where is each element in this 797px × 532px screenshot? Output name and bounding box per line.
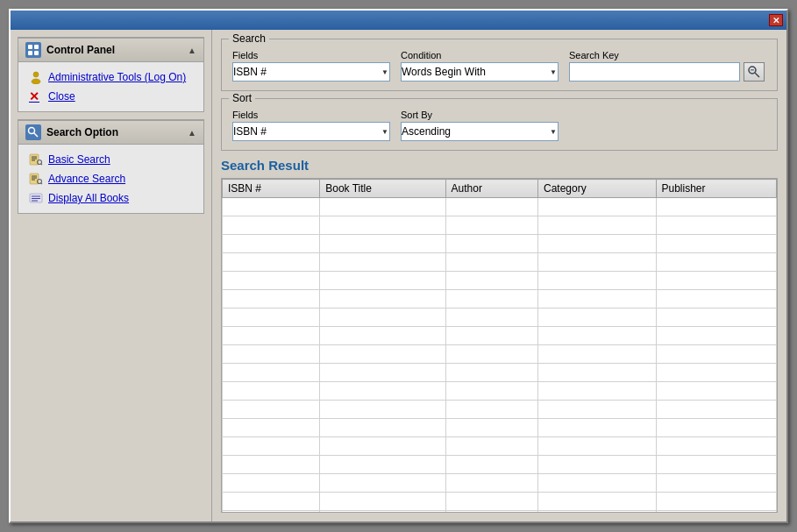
sort-legend: Sort [229,92,255,104]
svg-point-6 [29,128,35,134]
search-execute-icon [747,65,761,79]
search-option-collapse[interactable]: ▲ [188,128,196,138]
svg-rect-2 [28,51,32,55]
col-author: Author [445,180,537,198]
svg-rect-3 [34,51,39,55]
svg-rect-26 [751,69,754,71]
search-fields-select[interactable]: ISBN # Book Title Author Category Publis… [232,62,390,82]
table-row [223,345,777,364]
table-row [223,216,777,235]
sort-group: Sort Fields ISBN # Book Title Author Cat… [221,98,778,151]
basic-search-icon [29,153,43,167]
basic-search-label: Basic Search [48,153,110,166]
admin-icon-svg [29,70,43,84]
table-row [223,382,777,401]
search-option-title: Search Option [25,124,118,140]
svg-line-7 [34,133,39,138]
control-panel-header: Control Panel ▲ [18,39,203,62]
sort-form-row: Fields ISBN # Book Title Author Category… [232,110,766,141]
basic-search-icon-svg [29,153,43,167]
control-panel-section: Control Panel ▲ Administrative Tools (Lo… [18,37,204,112]
search-group: Search Fields ISBN # Book Title Author C… [221,39,778,91]
sort-fields-label: Fields [232,110,390,120]
admin-tools-item[interactable]: Administrative Tools (Log On) [25,67,196,87]
col-publisher: Publisher [656,180,776,198]
search-key-input[interactable] [569,62,740,82]
close-item[interactable]: ✕ Close [25,87,196,106]
search-condition-select[interactable]: Words Begin With Contains Equals Starts … [401,62,559,82]
table-row [223,309,777,327]
table-row [223,401,777,419]
window-content: Control Panel ▲ Administrative Tools (Lo… [11,30,786,521]
results-title: Search Result [221,158,778,173]
search-option-label: Search Option [46,126,118,138]
table-row [223,235,777,253]
right-panel: Search Fields ISBN # Book Title Author C… [212,30,786,521]
sort-fields-wrapper: ISBN # Book Title Author Category Publis… [232,122,390,141]
search-option-section: Search Option ▲ [18,119,204,214]
sort-by-wrapper: Ascending Descending ▼ [401,122,559,141]
search-form-row: Fields ISBN # Book Title Author Category… [232,50,766,82]
col-isbn: ISBN # [223,180,320,198]
table-row [223,290,777,309]
display-all-icon [29,191,43,205]
col-title: Book Title [320,180,445,198]
control-panel-collapse[interactable]: ▲ [188,46,196,55]
table-row [223,474,777,493]
svg-rect-0 [28,45,32,49]
svg-line-19 [41,183,42,184]
svg-line-13 [41,164,42,165]
close-button[interactable]: ✕ [769,14,783,26]
sort-by-select[interactable]: Ascending Descending [401,122,559,141]
table-row [223,327,777,345]
search-option-icon [25,124,41,140]
search-condition-field: Condition Words Begin With Contains Equa… [401,50,559,82]
control-panel-body: Administrative Tools (Log On) ✕ Close [18,62,203,111]
admin-tools-label: Administrative Tools (Log On) [48,71,186,83]
table-row [223,253,777,272]
display-all-books-item[interactable]: Display All Books [25,188,196,208]
admin-icon [29,70,43,84]
sort-fields-select[interactable]: ISBN # Book Title Author Category Publis… [232,122,390,141]
table-row [223,437,777,456]
svg-point-4 [33,72,39,77]
search-fields-field: Fields ISBN # Book Title Author Category… [232,50,390,82]
svg-line-25 [755,73,759,77]
svg-point-5 [32,79,40,84]
sort-fields-field: Fields ISBN # Book Title Author Category… [232,110,390,141]
table-row [223,456,777,474]
basic-search-item[interactable]: Basic Search [25,150,196,169]
search-key-input-row [569,62,765,82]
results-table: ISBN # Book Title Author Category Publis… [222,179,777,513]
sort-by-field: Sort By Ascending Descending ▼ [401,110,559,141]
results-table-head: ISBN # Book Title Author Category Publis… [223,180,777,198]
close-icon: ✕ [29,89,43,103]
search-option-body: Basic Search [18,145,203,213]
search-fields-wrapper: ISBN # Book Title Author Category Publis… [232,62,390,82]
close-label: Close [48,90,75,103]
display-all-icon-svg [29,191,43,205]
search-execute-button[interactable] [744,62,765,82]
results-table-body [223,198,777,514]
search-option-header: Search Option ▲ [18,121,203,145]
results-section: Search Result ISBN # Book Title Author C… [221,158,778,513]
control-panel-title: Control Panel [25,42,115,58]
table-row [223,272,777,290]
search-condition-label: Condition [401,50,559,60]
results-header-row: ISBN # Book Title Author Category Publis… [223,180,777,198]
col-category: Category [537,180,656,198]
results-table-wrapper[interactable]: ISBN # Book Title Author Category Publis… [221,178,778,513]
search-key-label: Search Key [569,50,765,60]
advance-search-icon-svg [29,172,43,186]
main-window: ✕ Cont [9,9,788,523]
svg-rect-1 [34,45,39,49]
left-panel: Control Panel ▲ Administrative Tools (Lo… [11,30,212,521]
search-legend: Search [229,32,269,45]
table-row [223,493,777,511]
advance-search-icon [29,172,43,186]
advance-search-item[interactable]: Advance Search [25,169,196,188]
advance-search-label: Advance Search [48,173,125,185]
table-row [223,419,777,437]
sort-by-label: Sort By [401,110,559,120]
search-fields-label: Fields [232,50,390,60]
